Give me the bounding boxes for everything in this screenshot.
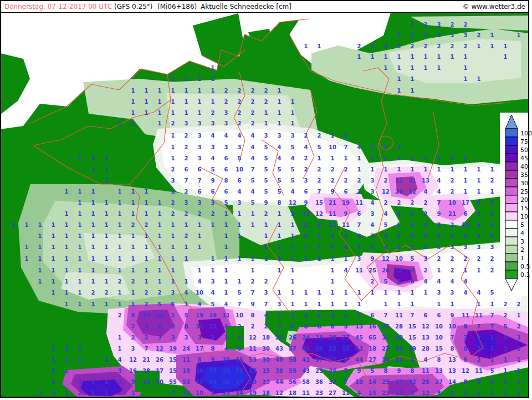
snow-depth-value: 11 <box>395 312 403 318</box>
snow-depth-value: 3 <box>211 279 215 285</box>
snow-depth-value: 24 <box>142 312 150 318</box>
snow-depth-value: 1 <box>78 233 82 239</box>
snow-depth-value: 27 <box>395 379 403 385</box>
snow-depth-value: 18 <box>382 357 390 363</box>
snow-depth-value: 4 <box>211 155 215 161</box>
snow-depth-value: 11 <box>329 211 336 217</box>
snow-depth-value: 1 <box>78 357 82 363</box>
legend-label: 1 <box>520 255 524 262</box>
snow-depth-value: 10 <box>448 200 456 206</box>
snow-depth-value: 23 <box>329 346 336 352</box>
snow-depth-value: 1 <box>318 155 321 161</box>
snow-depth-value: 1 <box>105 233 109 239</box>
snow-depth-value: 2 <box>371 144 375 150</box>
snow-depth-value: 3 <box>424 256 428 262</box>
snow-depth-value: 77 <box>196 379 203 385</box>
snow-depth-value: 1 <box>411 65 415 71</box>
snow-depth-value: 28 <box>395 323 403 330</box>
snow-depth-value: 3 <box>331 233 335 239</box>
snow-depth-value: 1 <box>145 88 149 94</box>
header-bar: Donnerstag, 07-12-2017 00 UTC (GFS 0.25°… <box>1 1 529 13</box>
snow-depth-value: 1 <box>397 76 401 82</box>
snow-depth-value: 1 <box>78 290 82 296</box>
snow-depth-value: 11 <box>475 368 483 374</box>
snow-depth-value: 1 <box>65 368 69 374</box>
snow-depth-value: 8 <box>411 368 415 374</box>
snow-depth-value: 1 <box>131 99 135 105</box>
snow-depth-value: 1 <box>291 290 295 296</box>
snow-depth-value: 13 <box>222 390 230 396</box>
snow-depth-value: 1 <box>158 120 162 126</box>
snow-depth-value: 11 <box>475 312 483 318</box>
snow-depth-value: 2 <box>357 43 361 49</box>
snow-depth-value: 1 <box>264 120 268 126</box>
snow-depth-value: 2 <box>384 200 388 206</box>
snow-depth-value: 1 <box>105 222 109 228</box>
snow-depth-value: 15 <box>408 335 416 341</box>
snow-depth-value: 1 <box>65 357 69 363</box>
snow-depth-value: 2 <box>517 346 521 352</box>
snow-depth-value: 1 <box>504 368 508 374</box>
snow-depth-value: 2 <box>464 22 468 28</box>
snow-depth-value: 1 <box>118 211 122 217</box>
header-model: (GFS 0.25°) <box>114 3 153 11</box>
snow-depth-value: 19 <box>196 312 203 318</box>
snow-depth-value: 16 <box>182 390 190 396</box>
snow-depth-value: 4 <box>437 279 441 285</box>
snow-depth-value: 1 <box>52 346 55 352</box>
snow-depth-value: 5 <box>384 222 388 228</box>
snow-depth-value: 39 <box>262 379 270 385</box>
snow-depth-value: 1 <box>224 279 228 285</box>
snow-depth-value: 1 <box>105 166 109 173</box>
snow-depth-value: 3 <box>411 244 415 250</box>
snow-depth-value: 9 <box>131 379 135 385</box>
snow-depth-value: 1 <box>65 233 69 239</box>
snow-depth-value: 1 <box>331 301 335 307</box>
snow-depth-value: 3 <box>464 335 468 341</box>
snow-depth-value: 1 <box>344 133 348 139</box>
snow-depth-value: 1 <box>145 110 149 116</box>
snow-depth-value: 2 <box>145 222 149 228</box>
snow-depth-value: 1 <box>131 390 135 396</box>
snow-depth-value: 1 <box>357 301 361 307</box>
legend-cell <box>505 129 518 137</box>
snow-depth-value: 3 <box>291 211 295 217</box>
snow-depth-value: 48 <box>275 357 283 363</box>
snow-depth-value: 2 <box>424 22 428 28</box>
snow-depth-value: 24 <box>275 335 283 341</box>
snow-depth-value: 3 <box>424 32 428 38</box>
snow-depth-value: 1 <box>384 290 388 296</box>
snow-depth-value: 6 <box>211 189 215 195</box>
snow-depth-value: 1 <box>105 357 109 363</box>
snow-depth-value: 12 <box>315 211 323 217</box>
snow-depth-value: 4 <box>251 133 255 139</box>
snow-depth-value: 28 <box>395 346 403 352</box>
snow-depth-value: 1 <box>344 256 348 262</box>
snow-depth-value: 4 <box>304 144 308 150</box>
snow-depth-value: 44 <box>275 379 283 385</box>
snow-depth-value: 1 <box>52 368 55 374</box>
snow-depth-value: 1 <box>211 88 215 94</box>
snow-depth-value: 9 <box>357 368 361 374</box>
snow-depth-value: 9 <box>451 312 454 318</box>
snow-depth-value: 1 <box>105 211 109 217</box>
snow-depth-value: 3 <box>437 222 441 228</box>
snow-depth-value: 5 <box>490 290 494 296</box>
snow-depth-value: 1 <box>118 301 122 307</box>
snow-depth-value: 27 <box>369 357 376 363</box>
snow-depth-value: 3 <box>384 43 388 49</box>
snow-depth-value: 1 <box>517 379 521 385</box>
snow-depth-value: 50 <box>156 379 163 385</box>
snow-depth-value: 5 <box>397 222 401 228</box>
snow-depth-value: 1 <box>131 244 135 250</box>
snow-depth-value: 6 <box>477 222 481 228</box>
snow-depth-value: 1 <box>78 379 82 385</box>
snow-depth-value: 5 <box>264 155 268 161</box>
snow-depth-value: 4 <box>357 390 361 396</box>
snow-depth-value: 1 <box>464 189 468 195</box>
copyright-link[interactable]: © www.wetter3.de <box>463 3 525 11</box>
legend-cell <box>505 204 518 212</box>
snow-depth-value: 1 <box>397 290 401 296</box>
snow-depth-value: 6 <box>224 166 228 173</box>
snow-depth-value: 1 <box>52 279 55 285</box>
